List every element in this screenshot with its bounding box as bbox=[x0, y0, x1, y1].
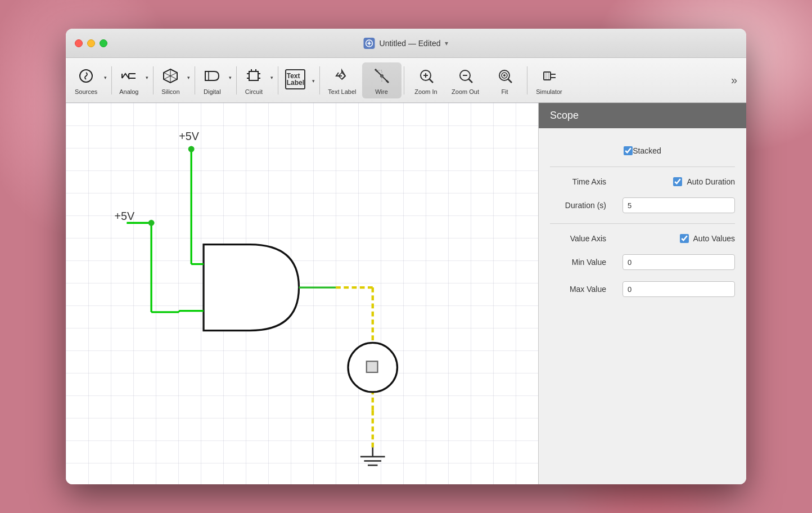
sep2 bbox=[153, 66, 154, 94]
textlabel-arrow[interactable]: ▾ bbox=[310, 75, 317, 86]
analog-group: Analog ▾ bbox=[114, 62, 151, 98]
auto-duration-label: Auto Duration bbox=[687, 177, 735, 186]
min-value-row: Min Value bbox=[550, 249, 735, 276]
wire-button[interactable]: Wire bbox=[362, 62, 402, 98]
sources-label: Sources bbox=[75, 88, 97, 95]
svg-line-31 bbox=[508, 79, 512, 83]
edit-label: Text Label bbox=[328, 88, 356, 95]
circuit-group: Circuit ▾ bbox=[239, 62, 276, 98]
silicon-label: Silicon bbox=[161, 88, 179, 95]
title-chevron: ▾ bbox=[445, 39, 448, 47]
fit-button[interactable]: Fit bbox=[485, 62, 525, 98]
value-axis-label: Value Axis bbox=[550, 234, 606, 243]
svg-point-56 bbox=[188, 146, 195, 152]
sep6 bbox=[319, 66, 320, 94]
digital-group: Digital ▾ bbox=[197, 62, 234, 98]
duration-input[interactable] bbox=[622, 197, 735, 213]
fit-icon bbox=[495, 66, 515, 86]
silicon-arrow[interactable]: ▾ bbox=[185, 71, 192, 89]
auto-values-label: Auto Values bbox=[693, 234, 735, 243]
simulator-label: Simulator bbox=[536, 88, 562, 95]
svg-point-57 bbox=[148, 220, 155, 226]
duration-row: Duration (s) bbox=[550, 192, 735, 219]
value-axis-group: Auto Values bbox=[680, 234, 735, 243]
svg-point-1 bbox=[368, 42, 371, 44]
digital-button[interactable]: Digital bbox=[197, 62, 227, 98]
sources-arrow[interactable]: ▾ bbox=[102, 71, 109, 89]
silicon-icon bbox=[160, 66, 181, 86]
minimize-button[interactable] bbox=[87, 39, 95, 47]
more-button[interactable]: » bbox=[727, 69, 742, 91]
digital-label: Digital bbox=[204, 88, 221, 95]
fit-label: Fit bbox=[501, 88, 508, 95]
edit-button[interactable]: Text Label bbox=[322, 62, 362, 98]
analog-button[interactable]: Analog bbox=[114, 62, 143, 98]
close-button[interactable] bbox=[75, 39, 83, 47]
max-value-row: Max Value bbox=[550, 276, 735, 303]
svg-line-19 bbox=[386, 80, 389, 83]
title-text: Untitled — Edited bbox=[380, 39, 441, 48]
max-value-input[interactable] bbox=[622, 281, 735, 297]
wire-icon bbox=[372, 66, 392, 86]
toolbar: Sources ▾ Analog ▾ bbox=[66, 58, 746, 103]
circuit-icon bbox=[243, 66, 264, 86]
auto-duration-checkbox[interactable] bbox=[673, 177, 682, 186]
analog-label: Analog bbox=[119, 88, 138, 95]
circuit-arrow[interactable]: ▾ bbox=[268, 71, 276, 89]
sep4 bbox=[236, 66, 237, 94]
scope-content: Stacked Time Axis Auto Duration Duration… bbox=[539, 128, 746, 314]
sep8 bbox=[527, 66, 527, 94]
stacked-label: Stacked bbox=[633, 146, 661, 155]
svg-rect-32 bbox=[544, 72, 551, 80]
sep3 bbox=[195, 66, 195, 94]
silicon-group: Silicon ▾ bbox=[156, 62, 192, 98]
time-axis-group: Auto Duration bbox=[673, 177, 735, 186]
app-icon bbox=[364, 38, 375, 49]
zoom-in-button[interactable]: Zoom In bbox=[407, 62, 446, 98]
divider-1 bbox=[550, 166, 735, 167]
maximize-button[interactable] bbox=[100, 39, 107, 47]
side-panel: Scope Stacked Time Axis Auto Duration bbox=[538, 103, 746, 484]
circuit-label: Circuit bbox=[245, 88, 263, 95]
svg-rect-9 bbox=[249, 71, 258, 80]
simulator-button[interactable]: Simulator bbox=[530, 62, 569, 98]
svg-rect-33 bbox=[546, 72, 548, 80]
silicon-button[interactable]: Silicon bbox=[156, 62, 185, 98]
duration-label: Duration (s) bbox=[550, 201, 606, 210]
digital-arrow[interactable]: ▾ bbox=[227, 71, 234, 89]
circuit-canvas[interactable]: +5V +5V bbox=[66, 103, 538, 484]
sep1 bbox=[111, 66, 112, 94]
svg-line-27 bbox=[468, 79, 472, 83]
sep5 bbox=[278, 66, 278, 94]
textlabel-icon: TextLabel bbox=[285, 69, 305, 89]
circuit-button[interactable]: Circuit bbox=[239, 62, 268, 98]
zoom-in-icon bbox=[416, 66, 436, 86]
max-value-label: Max Value bbox=[550, 285, 606, 294]
digital-icon bbox=[202, 66, 222, 86]
main-content: +5V +5V bbox=[66, 103, 746, 484]
textlabel-group: TextLabel ▾ bbox=[281, 66, 317, 95]
simulator-icon bbox=[539, 66, 560, 86]
time-axis-row: Time Axis Auto Duration bbox=[550, 172, 735, 192]
sources-button[interactable]: Sources bbox=[70, 62, 102, 98]
svg-line-24 bbox=[429, 79, 433, 83]
time-axis-label: Time Axis bbox=[550, 177, 606, 186]
wire-label: Wire bbox=[375, 88, 388, 95]
sources-group: Sources ▾ bbox=[70, 62, 109, 98]
svg-point-30 bbox=[503, 74, 506, 76]
traffic-lights bbox=[75, 39, 107, 47]
svg-text:+5V: +5V bbox=[114, 210, 134, 222]
titlebar: Untitled — Edited ▾ bbox=[66, 29, 746, 58]
auto-values-checkbox[interactable] bbox=[680, 234, 689, 243]
min-value-input[interactable] bbox=[622, 254, 735, 270]
scope-title: Scope bbox=[539, 103, 746, 128]
zoom-out-button[interactable]: Zoom Out bbox=[446, 62, 485, 98]
analog-arrow[interactable]: ▾ bbox=[143, 71, 151, 89]
sep7 bbox=[404, 66, 404, 94]
zoom-out-label: Zoom Out bbox=[452, 88, 479, 95]
window-title: Untitled — Edited ▾ bbox=[364, 38, 449, 49]
stacked-checkbox[interactable] bbox=[624, 146, 633, 155]
svg-text:+5V: +5V bbox=[179, 130, 199, 142]
textlabel-button[interactable]: TextLabel bbox=[281, 66, 310, 95]
divider-2 bbox=[550, 223, 735, 224]
